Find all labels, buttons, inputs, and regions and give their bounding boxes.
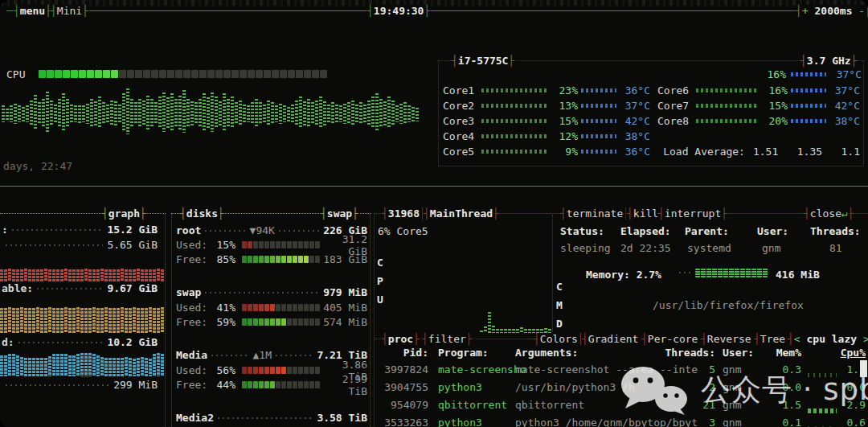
detail-pid-value: 31968: [388, 207, 420, 220]
cpu-temp-value: 37°C: [831, 68, 862, 80]
dotted-leader: [276, 355, 313, 356]
core-temp: 42°C: [620, 115, 650, 127]
detail-threads-value: 81: [829, 242, 842, 254]
column-program[interactable]: Program:: [438, 347, 489, 359]
colors-toggle[interactable]: Colors: [533, 333, 585, 345]
core-row: Core59%36°C: [443, 144, 650, 159]
sort-prev-arrow[interactable]: <: [794, 333, 800, 345]
process-arguments: qbittorrent: [515, 399, 584, 411]
disk-free-label: Free:: [176, 253, 210, 265]
disks-swap-toggle[interactable]: swap: [320, 207, 359, 220]
core-load-graph: [696, 88, 759, 92]
detail-command-path: /usr/lib/firefox/firefox: [653, 299, 804, 311]
detail-cpu-usage: 6% Core5: [378, 225, 428, 237]
interval-increase-button[interactable]: +: [802, 5, 809, 17]
cpu-total-percent: 16%: [757, 68, 786, 80]
detail-memory-value: 416 MiB: [776, 269, 820, 281]
menu-label: menu: [20, 5, 45, 17]
gradient-toggle[interactable]: Gradient: [581, 333, 645, 345]
per-core-toggle[interactable]: Per-core: [641, 333, 705, 345]
core-row: Core315%42°C: [443, 113, 650, 129]
column-arguments[interactable]: Arguments:: [515, 347, 578, 359]
detail-status-value: sleeping: [560, 242, 611, 254]
core-name: Core4: [443, 130, 478, 142]
core-column-right: Core616%37°C Core715%42°C Core820%38°C L…: [657, 83, 860, 159]
cpu-model-label: i7-5775C: [458, 55, 509, 67]
dotted-leader: [37, 288, 103, 289]
core-temp: 37°C: [620, 100, 650, 112]
process-pid: 3904755: [374, 381, 428, 393]
core-row: Core820%38°C: [657, 113, 860, 129]
interrupt-label: interrupt: [665, 207, 721, 220]
enter-key-icon: ↵: [841, 207, 848, 220]
detail-memory-meter: [695, 269, 768, 277]
disk-io-activity: ▲1M: [253, 349, 272, 361]
process-mem-percent: 0.1: [760, 417, 801, 427]
disk-used-meter: [242, 241, 320, 248]
detail-memory-row: Memory: 2.7%: [586, 269, 661, 281]
mem-available-row: able:9.67 GiB: [2, 282, 158, 294]
column-threads[interactable]: Threads:: [655, 347, 715, 359]
column-pid[interactable]: Pid:: [374, 347, 428, 359]
detail-process-name-value: MainThread: [430, 207, 493, 220]
process-program: mate-screensho: [438, 363, 526, 376]
mem-free-row: 299 MiB: [2, 379, 158, 391]
cpu-total-meter: [39, 70, 752, 78]
core-load-graph: [481, 119, 549, 123]
disk-free-meter: [242, 381, 320, 388]
detail-box-divider: [552, 215, 553, 339]
core-temp: 36°C: [620, 146, 650, 158]
mini-mode-toggle[interactable]: Mini: [50, 5, 89, 17]
sort-selector[interactable]: < cpu lazy >: [787, 333, 868, 345]
dotted-leader: [218, 417, 313, 419]
core-temp: 37°C: [829, 84, 860, 96]
reverse-label: Reverse: [707, 333, 751, 345]
reverse-toggle[interactable]: Reverse: [700, 333, 758, 345]
column-user[interactable]: User:: [723, 347, 754, 359]
core-name: Core8: [657, 115, 693, 127]
tab-proc[interactable]: proc: [381, 333, 420, 345]
tree-label: Tree: [760, 333, 785, 345]
core-temp-graph: [581, 104, 616, 108]
column-mem[interactable]: Mem%: [760, 347, 801, 359]
disk-used-percent: 56%: [210, 364, 235, 376]
core-load-graph: [481, 134, 549, 138]
filter-button[interactable]: filter: [421, 333, 473, 345]
close-label: close: [810, 207, 841, 220]
dotted-leader: [6, 384, 109, 386]
detail-user-header: User:: [757, 225, 788, 237]
terminate-button[interactable]: terminate: [559, 207, 630, 220]
sort-next-arrow[interactable]: >: [863, 333, 868, 345]
core-temp-graph: [581, 134, 616, 138]
core-name: Core5: [443, 146, 478, 158]
mem-row-label: :: [2, 224, 8, 236]
cpu-frequency-value: 3.7 GHz: [807, 55, 851, 67]
disk-used-meter: [242, 367, 320, 374]
menu-button[interactable]: menu: [13, 5, 52, 17]
process-pid: 954079: [374, 399, 428, 411]
detail-pid: 31968: [381, 207, 427, 220]
core-load-graph: [696, 104, 759, 108]
disk-free-row: Free:44%2.99 TiB: [176, 379, 367, 391]
screen-edge-artifact: [0, 0, 868, 6]
clock: 19:49:30: [366, 5, 431, 17]
process-row[interactable]: 3533263 python3 python3 /home/gnm/bpytop…: [374, 417, 866, 427]
update-interval-control[interactable]: + 2000ms -: [795, 5, 868, 17]
cpu-frequency: 3.7 GHz: [800, 55, 858, 67]
disk-free-percent: 85%: [210, 253, 235, 265]
disk-io-activity: ▼94K: [250, 224, 275, 236]
mem-graph-toggle[interactable]: graph: [101, 207, 147, 220]
detail-threads-header: Threads:: [810, 225, 861, 237]
disk-used-label: Used:: [176, 239, 210, 251]
core-percent: 9%: [552, 146, 578, 158]
column-cpu-sorted[interactable]: Cpu%: [832, 347, 866, 359]
core-temp-graph: [791, 88, 826, 92]
interrupt-button[interactable]: interrupt: [657, 207, 728, 220]
interval-decrease-button[interactable]: -: [858, 5, 865, 17]
detail-elapsed-header: Elapsed:: [620, 225, 671, 237]
close-button[interactable]: close↵: [803, 207, 855, 220]
watermark: 公众号 · spbeen: [617, 363, 868, 415]
detail-cpu-axis-label: CPU: [377, 253, 384, 309]
dotted-leader: [205, 292, 319, 294]
process-cpu-percent: 0.6: [832, 417, 866, 427]
